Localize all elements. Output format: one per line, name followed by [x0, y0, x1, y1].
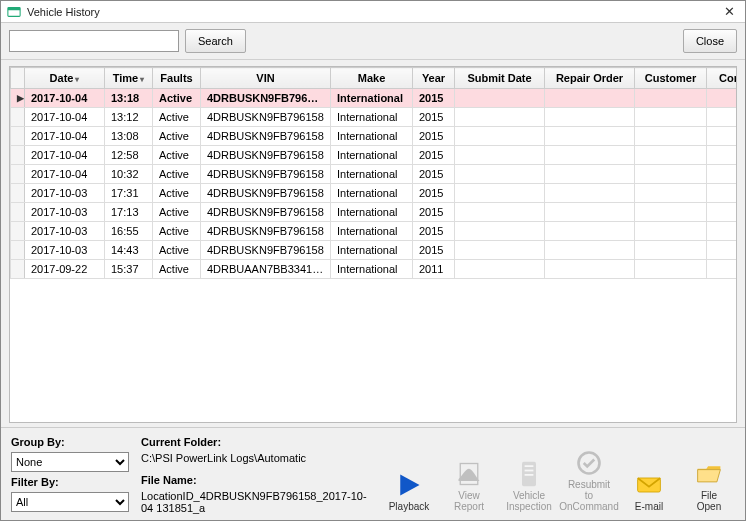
cell-make: International: [331, 184, 413, 203]
email-button[interactable]: E-mail: [623, 471, 675, 512]
cell-submit: [455, 146, 545, 165]
cell-submit: [455, 222, 545, 241]
table-row[interactable]: 2017-10-0316:55Active4DRBUSKN9FB796158In…: [11, 222, 737, 241]
cell-make: International: [331, 241, 413, 260]
cell-make: International: [331, 89, 413, 108]
svg-rect-5: [525, 465, 534, 467]
grid-scroll[interactable]: Date▾ Time▾ Faults VIN Make Year Submit …: [10, 67, 736, 422]
groupby-select[interactable]: None: [11, 452, 129, 472]
app-icon: [7, 5, 21, 19]
sort-desc-icon: ▾: [140, 75, 144, 84]
cell-customer: [635, 108, 707, 127]
row-indicator: [11, 203, 25, 222]
col-faults[interactable]: Faults: [153, 68, 201, 89]
cell-date: 2017-10-04: [25, 127, 105, 146]
table-row[interactable]: 2017-10-0317:13Active4DRBUSKN9FB796158In…: [11, 203, 737, 222]
header-row: Date▾ Time▾ Faults VIN Make Year Submit …: [11, 68, 737, 89]
col-customer[interactable]: Customer: [635, 68, 707, 89]
cell-vin: 4DRBUSKN9FB796158: [201, 108, 331, 127]
close-button[interactable]: Close: [683, 29, 737, 53]
cell-faults: Active: [153, 222, 201, 241]
cell-date: 2017-10-03: [25, 241, 105, 260]
cell-time: 12:58: [105, 146, 153, 165]
close-icon[interactable]: ✕: [719, 4, 739, 19]
cell-year: 2015: [413, 165, 455, 184]
cell-repair: [545, 203, 635, 222]
cell-comments: [707, 260, 737, 279]
cell-faults: Active: [153, 146, 201, 165]
cell-vin: 4DRBUSKN9FB796158: [201, 165, 331, 184]
cell-faults: Active: [153, 241, 201, 260]
col-date[interactable]: Date▾: [25, 68, 105, 89]
row-indicator: [11, 127, 25, 146]
cell-customer: [635, 146, 707, 165]
cell-submit: [455, 241, 545, 260]
cell-customer: [635, 241, 707, 260]
cell-date: 2017-10-04: [25, 108, 105, 127]
cell-year: 2015: [413, 89, 455, 108]
cell-date: 2017-10-03: [25, 222, 105, 241]
cell-repair: [545, 260, 635, 279]
grid: Date▾ Time▾ Faults VIN Make Year Submit …: [9, 66, 737, 423]
cell-vin: 4DRBUSKN9FB796158: [201, 127, 331, 146]
table-row[interactable]: 2017-10-0317:31Active4DRBUSKN9FB796158In…: [11, 184, 737, 203]
cell-comments: [707, 108, 737, 127]
col-year[interactable]: Year: [413, 68, 455, 89]
folder-open-icon: [695, 460, 723, 488]
cell-vin: 4DRBUSKN9FB796158: [201, 89, 331, 108]
cell-date: 2017-10-04: [25, 165, 105, 184]
col-time[interactable]: Time▾: [105, 68, 153, 89]
row-indicator: [11, 146, 25, 165]
col-comments[interactable]: Comments: [707, 68, 737, 89]
resubmit-oncommand-button[interactable]: Resubmit toOnCommand: [563, 449, 615, 512]
svg-rect-6: [525, 470, 534, 472]
search-button[interactable]: Search: [185, 29, 246, 53]
cell-comments: [707, 184, 737, 203]
cell-submit: [455, 260, 545, 279]
table-body: ▶2017-10-0413:18Active4DRBUSKN9FB796158I…: [11, 89, 737, 279]
cell-faults: Active: [153, 108, 201, 127]
cell-submit: [455, 89, 545, 108]
cell-make: International: [331, 222, 413, 241]
action-bar: Playback ViewReport VehicleInspection Re…: [383, 436, 735, 514]
col-make[interactable]: Make: [331, 68, 413, 89]
svg-rect-1: [8, 7, 20, 10]
table-row[interactable]: 2017-09-2215:37Active4DRBUAAN7BB334154In…: [11, 260, 737, 279]
cell-year: 2015: [413, 241, 455, 260]
col-vin[interactable]: VIN: [201, 68, 331, 89]
cell-comments: [707, 222, 737, 241]
cell-customer: [635, 203, 707, 222]
file-open-button[interactable]: FileOpen: [683, 460, 735, 512]
sort-desc-icon: ▾: [75, 75, 79, 84]
table-row[interactable]: 2017-10-0413:08Active4DRBUSKN9FB796158In…: [11, 127, 737, 146]
cell-repair: [545, 222, 635, 241]
cell-comments: [707, 146, 737, 165]
cell-vin: 4DRBUSKN9FB796158: [201, 146, 331, 165]
table-row[interactable]: 2017-10-0314:43Active4DRBUSKN9FB796158In…: [11, 241, 737, 260]
groupby-label: Group By:: [11, 436, 131, 448]
cell-customer: [635, 222, 707, 241]
vehicle-inspection-button[interactable]: VehicleInspection: [503, 460, 555, 512]
search-input[interactable]: [9, 30, 179, 52]
table-row[interactable]: 2017-10-0412:58Active4DRBUSKN9FB796158In…: [11, 146, 737, 165]
col-repair-order[interactable]: Repair Order: [545, 68, 635, 89]
cell-comments: [707, 89, 737, 108]
cell-faults: Active: [153, 260, 201, 279]
table-row[interactable]: 2017-10-0410:32Active4DRBUSKN9FB796158In…: [11, 165, 737, 184]
titlebar: Vehicle History ✕: [1, 1, 745, 23]
table-row[interactable]: 2017-10-0413:12Active4DRBUSKN9FB796158In…: [11, 108, 737, 127]
playback-button[interactable]: Playback: [383, 471, 435, 512]
cell-customer: [635, 165, 707, 184]
table-row[interactable]: ▶2017-10-0413:18Active4DRBUSKN9FB796158I…: [11, 89, 737, 108]
cell-customer: [635, 127, 707, 146]
filterby-select[interactable]: All: [11, 492, 129, 512]
cell-time: 14:43: [105, 241, 153, 260]
cell-make: International: [331, 108, 413, 127]
cell-repair: [545, 127, 635, 146]
cell-customer: [635, 184, 707, 203]
cell-comments: [707, 203, 737, 222]
window-title: Vehicle History: [27, 6, 719, 18]
view-report-button[interactable]: ViewReport: [443, 460, 495, 512]
email-icon: [635, 471, 663, 499]
col-submit-date[interactable]: Submit Date: [455, 68, 545, 89]
